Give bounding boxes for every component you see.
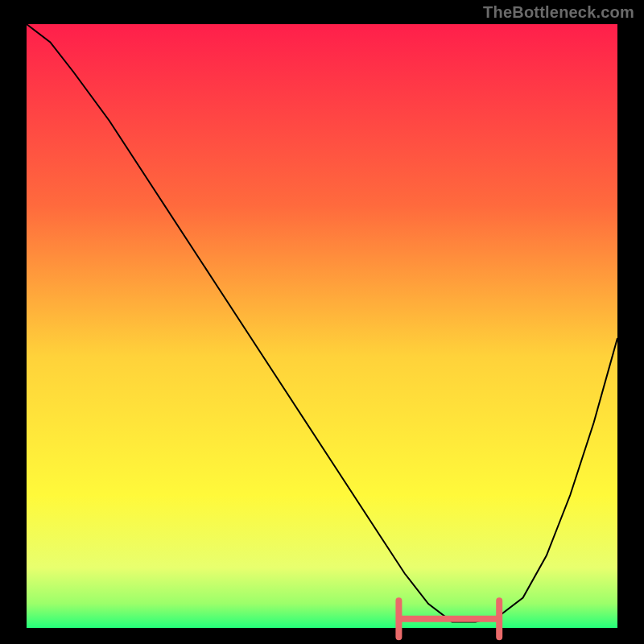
plot-background xyxy=(27,24,617,628)
bottleneck-chart xyxy=(0,0,644,644)
chart-frame: TheBottleneck.com xyxy=(0,0,644,644)
watermark-text: TheBottleneck.com xyxy=(483,3,634,22)
